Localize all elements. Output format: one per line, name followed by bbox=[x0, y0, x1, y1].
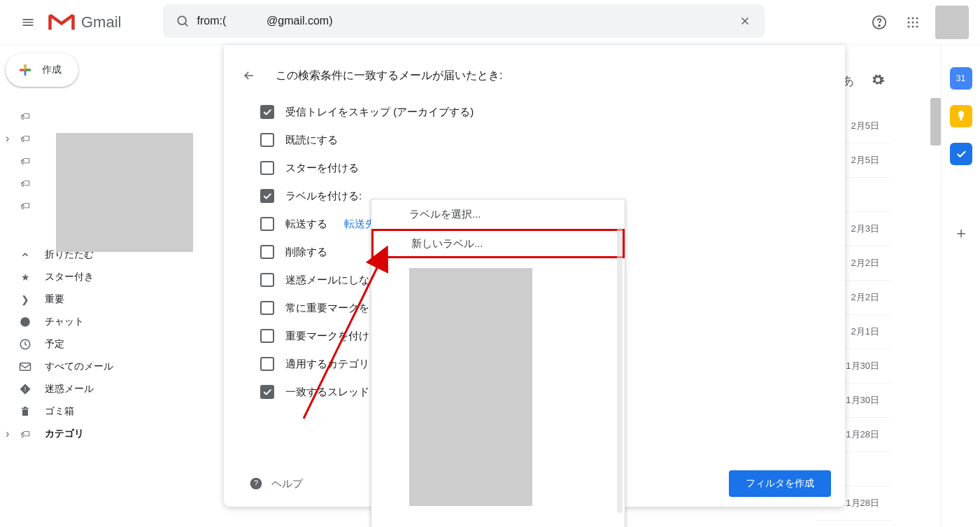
checkbox-icon bbox=[260, 301, 274, 315]
gmail-logo[interactable]: Gmail bbox=[48, 12, 121, 33]
dropdown-new-label[interactable]: 新しいラベル... bbox=[371, 229, 625, 258]
filter-opt-mark-read[interactable]: 既読にする bbox=[260, 133, 834, 147]
label-icon: 🏷 bbox=[18, 154, 32, 168]
checkbox-icon bbox=[260, 161, 274, 175]
sidebar-starred[interactable]: ★スター付き bbox=[0, 266, 179, 288]
checkbox-icon bbox=[260, 385, 274, 399]
sidebar-important[interactable]: ❯重要 bbox=[0, 288, 179, 311]
create-filter-button[interactable]: フィルタを作成 bbox=[729, 470, 831, 497]
keep-app-icon[interactable] bbox=[950, 105, 972, 127]
app-name: Gmail bbox=[81, 13, 121, 31]
svg-point-5 bbox=[916, 17, 918, 19]
checkbox-icon bbox=[260, 273, 274, 287]
sidebar: 作成 🏷 🏷 🏷 🏷 🏷 折りたたむ ★スター付き ❯重要 チャット 予定 すべ… bbox=[0, 45, 179, 527]
mail-icon bbox=[18, 360, 32, 374]
svg-text:!: ! bbox=[24, 386, 27, 393]
label-select-dropdown: ラベルを選択... 新しいラベル... bbox=[371, 199, 625, 527]
sidebar-label-item[interactable]: 🏷 bbox=[0, 105, 179, 127]
apps-icon[interactable] bbox=[899, 8, 927, 36]
label-icon: 🏷 bbox=[18, 109, 32, 123]
sidebar-chat[interactable]: チャット bbox=[0, 311, 179, 333]
svg-point-8 bbox=[916, 21, 918, 23]
account-avatar[interactable] bbox=[935, 6, 969, 39]
svg-point-0 bbox=[178, 16, 187, 24]
svg-point-12 bbox=[20, 317, 30, 327]
sidebar-all-mail[interactable]: すべてのメール bbox=[0, 356, 179, 378]
sidebar-scheduled[interactable]: 予定 bbox=[0, 333, 179, 356]
search-icon[interactable] bbox=[169, 7, 197, 35]
chat-icon bbox=[18, 315, 32, 329]
chevron-up-icon bbox=[18, 248, 32, 262]
scheduled-icon bbox=[18, 337, 32, 351]
spam-icon: ! bbox=[18, 382, 32, 396]
scrollbar-thumb[interactable] bbox=[930, 98, 941, 146]
header-right bbox=[865, 6, 969, 39]
label-icon: 🏷 bbox=[18, 427, 32, 441]
checkbox-icon bbox=[260, 217, 274, 231]
checkbox-icon bbox=[260, 357, 274, 371]
compose-label: 作成 bbox=[42, 64, 62, 76]
svg-rect-14 bbox=[20, 363, 31, 371]
scrollbar-thumb[interactable] bbox=[617, 227, 623, 513]
dropdown-label-list bbox=[371, 258, 625, 527]
trash-icon bbox=[18, 405, 32, 419]
svg-point-7 bbox=[912, 21, 914, 23]
svg-text:?: ? bbox=[254, 479, 258, 487]
checkbox-icon bbox=[260, 133, 274, 147]
filter-panel-title: この検索条件に一致するメールが届いたとき: bbox=[276, 69, 502, 83]
label-icon: 🏷 bbox=[18, 199, 32, 213]
svg-point-4 bbox=[912, 17, 914, 19]
back-button[interactable] bbox=[235, 62, 263, 90]
sidebar-categories[interactable]: 🏷カテゴリ bbox=[0, 423, 179, 445]
filter-opt-star[interactable]: スターを付ける bbox=[260, 161, 834, 175]
label-icon: 🏷 bbox=[18, 176, 32, 190]
svg-point-10 bbox=[912, 25, 914, 27]
settings-icon[interactable] bbox=[871, 73, 885, 89]
header: Gmail bbox=[0, 0, 980, 45]
right-sidebar: 31 ＋ bbox=[941, 45, 980, 527]
sidebar-trash[interactable]: ゴミ箱 bbox=[0, 400, 179, 423]
support-icon[interactable] bbox=[865, 8, 893, 36]
compose-button[interactable]: 作成 bbox=[6, 53, 78, 87]
svg-point-11 bbox=[916, 25, 918, 27]
clear-search-icon[interactable] bbox=[731, 7, 759, 35]
tasks-app-icon[interactable] bbox=[950, 143, 972, 165]
checkbox-icon bbox=[260, 105, 274, 119]
help-link[interactable]: ? ヘルプ bbox=[249, 477, 303, 491]
redacted-block bbox=[409, 268, 532, 506]
important-icon: ❯ bbox=[18, 293, 32, 307]
svg-point-9 bbox=[908, 25, 910, 27]
checkbox-icon bbox=[260, 245, 274, 259]
redacted-block bbox=[56, 133, 193, 252]
star-icon: ★ bbox=[18, 270, 32, 284]
main-menu-button[interactable] bbox=[11, 6, 45, 39]
svg-point-2 bbox=[879, 24, 880, 26]
label-icon: 🏷 bbox=[18, 132, 32, 146]
dropdown-select-label[interactable]: ラベルを選択... bbox=[371, 199, 625, 229]
checkbox-icon bbox=[260, 189, 274, 203]
add-addon-icon[interactable]: ＋ bbox=[953, 223, 969, 244]
svg-point-3 bbox=[908, 17, 910, 19]
sidebar-spam[interactable]: !迷惑メール bbox=[0, 378, 179, 400]
checkbox-icon bbox=[260, 329, 274, 343]
search-bar[interactable] bbox=[163, 4, 765, 38]
search-input[interactable] bbox=[197, 15, 731, 27]
svg-point-6 bbox=[908, 21, 910, 23]
calendar-app-icon[interactable]: 31 bbox=[950, 67, 972, 90]
filter-opt-skip-inbox[interactable]: 受信トレイをスキップ (アーカイブする) bbox=[260, 105, 834, 119]
